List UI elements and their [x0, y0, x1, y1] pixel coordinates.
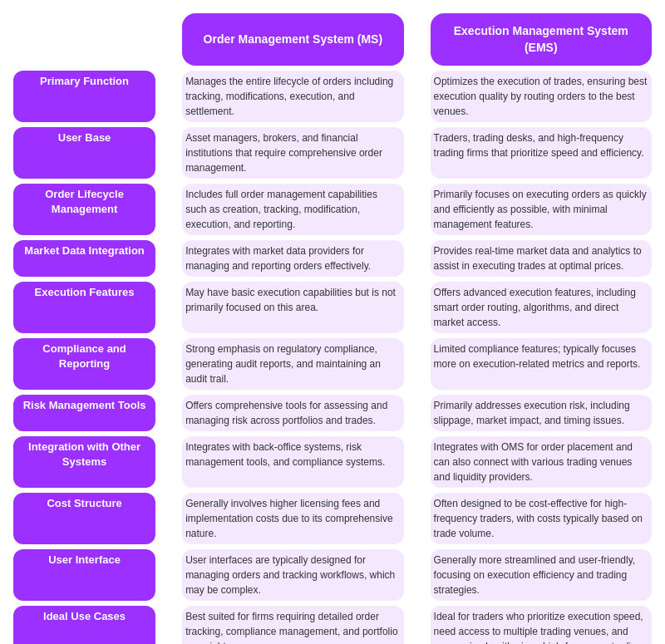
spacer-col — [404, 549, 431, 601]
ems-cell: Often designed to be cost-effective for … — [431, 493, 652, 544]
ems-cell: Limited compliance features; typically f… — [431, 338, 652, 390]
header-ems: Execution Management System (EMS) — [431, 13, 652, 66]
oms-cell: Integrates with back-office systems, ris… — [182, 436, 403, 488]
row-label: Order Lifecycle Management — [13, 184, 155, 235]
oms-cell: Manages the entire lifecycle of orders i… — [182, 71, 403, 122]
spacer-col — [404, 240, 431, 277]
row-label: Primary Function — [13, 71, 155, 122]
table-row: Execution FeaturesMay have basic executi… — [13, 282, 652, 333]
spacer-col — [404, 71, 431, 122]
spacer-col — [404, 184, 431, 235]
ems-cell: Traders, trading desks, and high-frequen… — [431, 127, 652, 179]
ems-cell: Provides real-time market data and analy… — [431, 240, 652, 277]
row-label: Execution Features — [13, 282, 155, 333]
spacer-col — [155, 282, 182, 333]
ems-cell: Integrates with OMS for order placement … — [431, 436, 652, 488]
spacer-col — [155, 549, 182, 601]
row-label: Cost Structure — [13, 493, 155, 544]
oms-cell: Includes full order management capabilit… — [182, 184, 403, 235]
oms-cell: Asset managers, brokers, and financial i… — [182, 127, 403, 179]
ems-cell: Primarily focuses on executing orders as… — [431, 184, 652, 235]
spacer-col — [404, 493, 431, 544]
spacer-col — [404, 606, 431, 644]
spacer-col — [155, 606, 182, 644]
oms-cell: Integrates with market data providers fo… — [182, 240, 403, 277]
ems-cell: Primarily addresses execution risk, incl… — [431, 395, 652, 431]
spacer-col — [404, 338, 431, 390]
oms-cell: Best suited for firms requiring detailed… — [182, 606, 403, 644]
table-row: Integration with Other SystemsIntegrates… — [13, 436, 652, 488]
table-row: Primary FunctionManages the entire lifec… — [13, 71, 652, 122]
table-row: Risk Management ToolsOffers comprehensiv… — [13, 395, 652, 431]
oms-cell: User interfaces are typically designed f… — [182, 549, 403, 601]
comparison-container: Order Management System (MS) Execution M… — [0, 0, 665, 644]
ems-cell: Generally more streamlined and user-frie… — [431, 549, 652, 601]
spacer-col — [155, 184, 182, 235]
spacer-col — [404, 127, 431, 179]
table-row: Market Data IntegrationIntegrates with m… — [13, 240, 652, 277]
ems-cell: Optimizes the execution of trades, ensur… — [431, 71, 652, 122]
table-row: Ideal Use CasesBest suited for firms req… — [13, 606, 652, 644]
header-empty-cell — [13, 13, 155, 66]
spacer-col — [155, 71, 182, 122]
header-spacer-2 — [404, 13, 431, 66]
row-label: Risk Management Tools — [13, 395, 155, 431]
oms-cell: Offers comprehensive tools for assessing… — [182, 395, 403, 431]
spacer-col — [404, 436, 431, 488]
row-label: Integration with Other Systems — [13, 436, 155, 488]
header-oms: Order Management System (MS) — [182, 13, 403, 66]
table-row: User BaseAsset managers, brokers, and fi… — [13, 127, 652, 179]
spacer-col — [155, 127, 182, 179]
comparison-table: Order Management System (MS) Execution M… — [13, 13, 652, 644]
oms-cell: Generally involves higher licensing fees… — [182, 493, 403, 544]
spacer-col — [155, 338, 182, 390]
row-label: User Interface — [13, 549, 155, 601]
row-label: Ideal Use Cases — [13, 606, 155, 644]
table-row: Cost StructureGenerally involves higher … — [13, 493, 652, 544]
row-label: User Base — [13, 127, 155, 179]
spacer-col — [404, 395, 431, 431]
oms-cell: May have basic execution capabilities bu… — [182, 282, 403, 333]
spacer-col — [155, 436, 182, 488]
ems-cell: Offers advanced execution features, incl… — [431, 282, 652, 333]
table-row: Compliance and ReportingStrong emphasis … — [13, 338, 652, 390]
row-label: Market Data Integration — [13, 240, 155, 277]
oms-cell: Strong emphasis on regulatory compliance… — [182, 338, 403, 390]
table-row: User InterfaceUser interfaces are typica… — [13, 549, 652, 601]
header-spacer-1 — [155, 13, 182, 66]
table-row: Order Lifecycle ManagementIncludes full … — [13, 184, 652, 235]
spacer-col — [404, 282, 431, 333]
spacer-col — [155, 395, 182, 431]
spacer-col — [155, 240, 182, 277]
ems-cell: Ideal for traders who prioritize executi… — [431, 606, 652, 644]
spacer-col — [155, 493, 182, 544]
row-label: Compliance and Reporting — [13, 338, 155, 390]
